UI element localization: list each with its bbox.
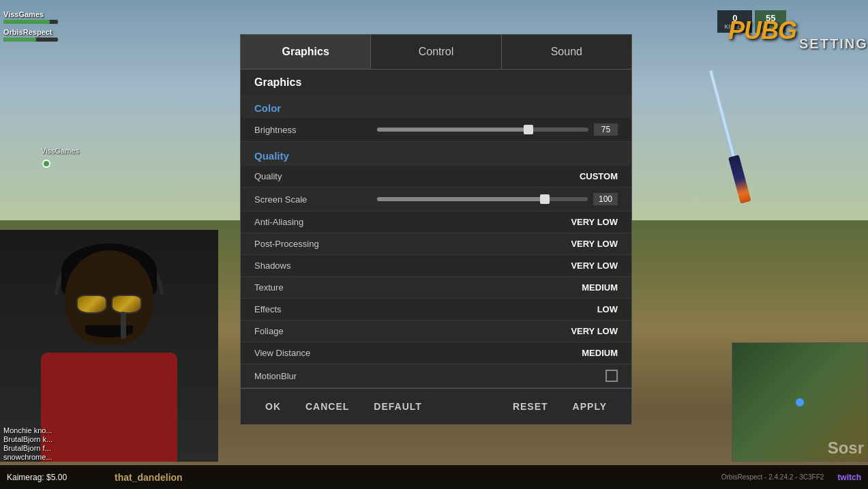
ok-button[interactable]: OK <box>254 396 292 417</box>
pubg-logo: PUBG SETTINGS <box>728 7 865 55</box>
health-bar-container <box>3 20 58 24</box>
pubg-text: PUBG <box>728 16 796 45</box>
motion-blur-label: MotionBlur <box>254 371 377 381</box>
settings-text: SETTINGS <box>799 36 868 52</box>
shadows-row[interactable]: Shadows VERY LOW <box>241 255 631 277</box>
chat-line-3: BrutalBjorn f... <box>3 444 53 452</box>
brightness-label: Brightness <box>254 125 377 135</box>
apply-button[interactable]: APPLY <box>562 396 618 417</box>
screen-scale-thumb[interactable] <box>540 194 550 204</box>
player-name-2: OrbisRespect <box>3 28 58 36</box>
reset-button[interactable]: RESET <box>502 396 559 417</box>
player-info: VissGames OrbisRespect <box>3 10 58 42</box>
post-processing-value: VERY LOW <box>563 239 618 249</box>
shadows-value: VERY LOW <box>563 261 618 271</box>
screen-scale-label: Screen Scale <box>254 194 377 205</box>
player-name-1: VissGames <box>3 10 58 18</box>
brightness-thumb[interactable] <box>524 125 533 134</box>
screen-scale-slider[interactable]: 100 <box>377 193 618 205</box>
brightness-value: 75 <box>594 123 618 136</box>
player-dot <box>42 160 50 168</box>
quality-label: Quality <box>254 171 377 181</box>
btn-group-right: RESET APPLY <box>502 396 618 417</box>
game-version: OrbisRespect - 2.4.24.2 - 3C3FF2 <box>721 473 824 481</box>
settings-content: Color Brightness 75 Quality Quality CUST… <box>241 94 631 388</box>
mini-map-label: Sosr <box>828 439 864 458</box>
donation-text: Kaimerag: $5.00 <box>7 473 67 482</box>
panel-title: Graphics <box>241 70 631 94</box>
chat-line-4: snowchrome... <box>3 453 53 461</box>
view-distance-value: MEDIUM <box>563 348 618 358</box>
effects-label: Effects <box>254 304 377 314</box>
quality-section-header: Quality <box>241 142 631 166</box>
screen-scale-track <box>377 197 588 201</box>
sunglasses <box>72 295 147 315</box>
chat-line-2: BrutalBjorn k... <box>3 435 53 443</box>
health-bar-container-2 <box>3 38 58 42</box>
foliage-row[interactable]: Foliage VERY LOW <box>241 321 631 342</box>
shadows-label: Shadows <box>254 261 377 271</box>
anti-aliasing-value: VERY LOW <box>563 217 618 227</box>
chat-overlay: Monchie kno... BrutalBjorn k... BrutalBj… <box>3 426 53 462</box>
head-shape <box>65 250 153 346</box>
post-processing-label: Post-Processing <box>254 239 377 249</box>
foliage-label: Foliage <box>254 326 377 336</box>
color-section-header: Color <box>241 94 631 118</box>
anti-aliasing-row[interactable]: Anti-Aliasing VERY LOW <box>241 211 631 233</box>
cancel-button[interactable]: CANCEL <box>295 396 360 417</box>
brightness-track <box>377 128 588 132</box>
view-distance-row[interactable]: View Distance MEDIUM <box>241 342 631 364</box>
vissGames-map-label: VissGames <box>41 147 79 155</box>
health-bar <box>3 20 50 24</box>
mini-map: Sosr <box>732 342 868 462</box>
btn-group-left: OK CANCEL DEFAULT <box>254 396 433 417</box>
texture-row[interactable]: Texture MEDIUM <box>241 277 631 299</box>
bottom-buttons: OK CANCEL DEFAULT RESET APPLY <box>241 388 631 424</box>
anti-aliasing-label: Anti-Aliasing <box>254 217 377 227</box>
quality-value: CUSTOM <box>563 171 618 181</box>
streamer-username: that_dandelion <box>115 472 183 483</box>
body-jacket <box>41 353 177 462</box>
motion-blur-checkbox[interactable] <box>605 370 618 382</box>
foliage-value: VERY LOW <box>563 326 618 336</box>
tab-control[interactable]: Control <box>371 35 501 69</box>
health-bar-2 <box>3 38 36 42</box>
chat-line-1: Monchie kno... <box>3 426 53 434</box>
quality-row[interactable]: Quality CUSTOM <box>241 166 631 188</box>
post-processing-row[interactable]: Post-Processing VERY LOW <box>241 233 631 255</box>
motion-blur-row[interactable]: MotionBlur <box>241 364 631 388</box>
screen-scale-row: Screen Scale 100 <box>241 188 631 211</box>
mini-map-player <box>796 398 804 406</box>
effects-row[interactable]: Effects LOW <box>241 299 631 321</box>
view-distance-label: View Distance <box>254 348 377 358</box>
tab-bar: Graphics Control Sound <box>241 35 631 70</box>
screen-scale-fill <box>377 197 545 201</box>
brightness-slider[interactable]: 75 <box>377 123 618 136</box>
effects-value: LOW <box>563 304 618 314</box>
texture-value: MEDIUM <box>563 282 618 293</box>
brightness-fill <box>377 128 529 132</box>
lens-left <box>76 295 107 314</box>
tab-graphics[interactable]: Graphics <box>241 35 371 69</box>
screen-scale-value: 100 <box>593 193 618 205</box>
brightness-row: Brightness 75 <box>241 118 631 142</box>
twitch-label: twitch <box>837 473 861 482</box>
texture-label: Texture <box>254 282 377 293</box>
lens-right <box>111 295 142 314</box>
microphone <box>121 312 126 339</box>
settings-panel: Graphics Control Sound Graphics Color Br… <box>240 34 632 425</box>
tab-sound[interactable]: Sound <box>502 35 631 69</box>
bottom-bar: Kaimerag: $5.00 that_dandelion OrbisResp… <box>0 465 868 489</box>
default-button[interactable]: DEFAULT <box>363 396 433 417</box>
